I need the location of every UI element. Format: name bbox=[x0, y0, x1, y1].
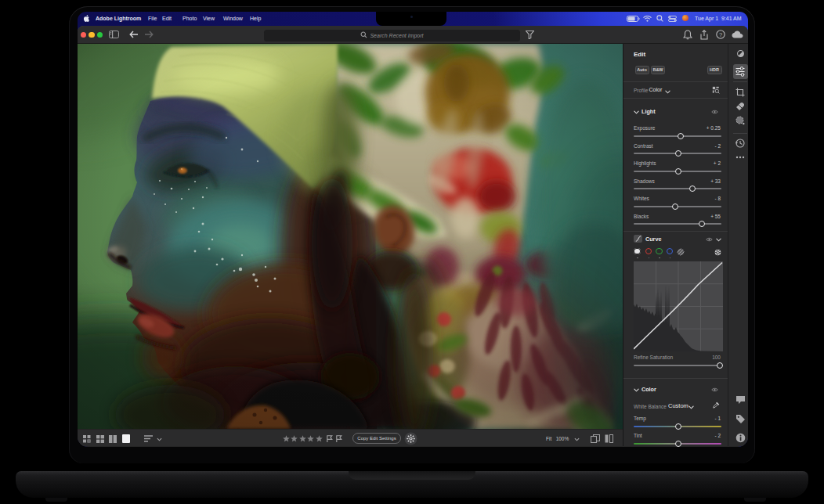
svg-text:?: ? bbox=[719, 31, 722, 38]
